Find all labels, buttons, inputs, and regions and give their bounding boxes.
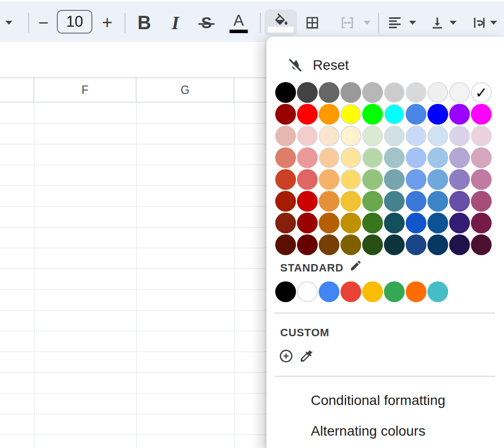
eyedropper-icon[interactable] [299,349,314,363]
palette-color-swatch[interactable] [297,169,318,190]
palette-color-swatch[interactable] [275,213,296,233]
palette-color-swatch[interactable] [449,82,470,103]
palette-color-swatch[interactable] [427,281,448,302]
palette-color-swatch[interactable] [449,213,470,233]
palette-color-swatch[interactable] [297,82,318,103]
palette-color-swatch[interactable] [275,234,296,255]
palette-color-swatch[interactable]: ✓ [471,82,492,103]
palette-color-swatch[interactable] [275,191,296,212]
palette-color-swatch[interactable] [427,126,448,146]
palette-color-swatch[interactable] [384,169,405,190]
palette-color-swatch[interactable] [427,82,448,103]
palette-color-swatch[interactable] [384,213,405,233]
palette-color-swatch[interactable] [406,169,426,190]
palette-color-swatch[interactable] [275,82,296,103]
palette-color-swatch[interactable] [384,234,405,255]
palette-color-swatch[interactable] [471,213,492,233]
palette-color-swatch[interactable] [362,191,383,212]
palette-color-swatch[interactable] [471,169,492,190]
increase-font-size-button[interactable]: + [102,14,112,32]
palette-color-swatch[interactable] [340,191,361,212]
palette-color-swatch[interactable] [319,191,339,212]
palette-color-swatch[interactable] [471,126,492,146]
palette-color-swatch[interactable] [362,147,383,168]
palette-color-swatch[interactable] [340,213,361,233]
palette-color-swatch[interactable] [275,104,296,125]
palette-color-swatch[interactable] [340,126,361,146]
palette-color-swatch[interactable] [362,234,383,255]
horizontal-align-button[interactable] [387,15,403,31]
edit-standard-colors-icon[interactable] [349,259,362,272]
horizontal-align-caret[interactable] [409,21,416,25]
palette-color-swatch[interactable] [362,82,383,103]
palette-color-swatch[interactable] [449,126,470,146]
palette-color-swatch[interactable] [275,126,296,146]
palette-color-swatch[interactable] [319,169,339,190]
decrease-font-size-button[interactable]: − [38,14,48,32]
palette-color-swatch[interactable] [384,191,405,212]
palette-color-swatch[interactable] [275,169,296,190]
palette-color-swatch[interactable] [319,234,339,255]
conditional-formatting-menu-item[interactable]: Conditional formatting [266,389,504,416]
font-size-input[interactable]: 10 [57,10,92,34]
strikethrough-button[interactable]: S [201,15,211,31]
palette-color-swatch[interactable] [427,191,448,212]
palette-color-swatch[interactable] [384,104,405,125]
text-color-button[interactable]: A [230,12,248,33]
add-custom-color-icon[interactable] [279,349,294,363]
palette-color-swatch[interactable] [427,147,448,168]
palette-color-swatch[interactable] [297,104,318,125]
palette-color-swatch[interactable] [406,191,426,212]
palette-color-swatch[interactable] [319,147,339,168]
column-header-F[interactable]: F [34,78,136,102]
palette-color-swatch[interactable] [449,234,470,255]
palette-color-swatch[interactable] [471,234,492,255]
palette-color-swatch[interactable] [297,213,318,233]
palette-color-swatch[interactable] [362,213,383,233]
palette-color-swatch[interactable] [427,169,448,190]
merge-cells-button[interactable] [339,15,355,31]
palette-color-swatch[interactable] [275,281,296,302]
palette-color-swatch[interactable] [297,126,318,146]
text-wrap-caret[interactable] [490,21,497,25]
italic-button[interactable]: I [172,13,179,32]
palette-color-swatch[interactable] [340,281,361,302]
palette-color-swatch[interactable] [427,104,448,125]
palette-color-swatch[interactable] [362,104,383,125]
palette-color-swatch[interactable] [362,126,383,146]
palette-color-swatch[interactable] [340,234,361,255]
palette-color-swatch[interactable] [362,169,383,190]
borders-button[interactable] [305,15,320,31]
palette-color-swatch[interactable] [384,281,405,302]
palette-color-swatch[interactable] [297,281,318,302]
palette-color-swatch[interactable] [471,147,492,168]
text-wrap-button[interactable] [472,15,487,30]
vertical-align-caret[interactable] [450,21,457,25]
palette-color-swatch[interactable] [275,147,296,168]
column-header-G[interactable]: G [136,78,234,102]
palette-color-swatch[interactable] [362,281,383,302]
palette-color-swatch[interactable] [384,147,405,168]
vertical-align-button[interactable] [430,15,445,30]
palette-color-swatch[interactable] [406,104,426,125]
palette-color-swatch[interactable] [297,147,318,168]
palette-color-swatch[interactable] [449,147,470,168]
fill-color-button[interactable] [264,9,297,36]
palette-color-swatch[interactable] [340,147,361,168]
palette-color-swatch[interactable] [384,82,405,103]
palette-color-swatch[interactable] [449,169,470,190]
merge-cells-caret[interactable] [364,21,371,25]
palette-color-swatch[interactable] [340,82,361,103]
palette-color-swatch[interactable] [406,82,426,103]
palette-color-swatch[interactable] [319,126,339,146]
bold-button[interactable]: B [137,13,151,32]
alternating-colours-menu-item[interactable]: Alternating colours [266,419,504,447]
palette-color-swatch[interactable] [340,104,361,125]
palette-color-swatch[interactable] [406,126,426,146]
palette-color-swatch[interactable] [319,281,339,302]
palette-color-swatch[interactable] [406,234,426,255]
palette-color-swatch[interactable] [297,191,318,212]
palette-color-swatch[interactable] [319,82,339,103]
column-header-partial[interactable] [0,78,34,102]
palette-color-swatch[interactable] [427,234,448,255]
